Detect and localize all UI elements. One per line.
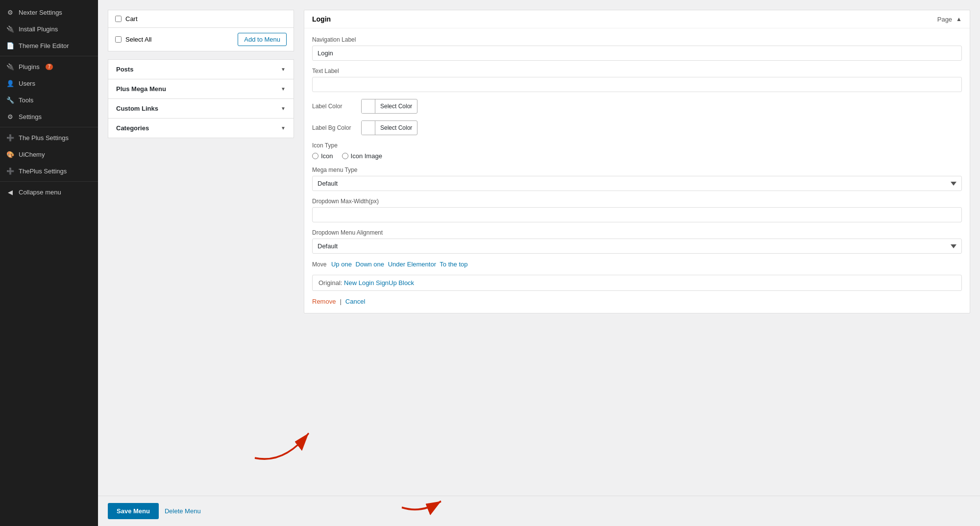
original-row: Original: New Login SignUp Block [312, 275, 962, 291]
icon-image-radio-option[interactable]: Icon Image [342, 152, 382, 160]
text-label-input[interactable] [312, 77, 962, 92]
sidebar-item-label: Nexter Settings [19, 9, 62, 16]
dropdown-max-width-group: Dropdown Max-Width(px) [312, 198, 962, 222]
move-label: Move [312, 261, 326, 268]
cart-checkbox[interactable] [115, 16, 122, 22]
select-all-row: Select All Add to Menu [108, 27, 294, 51]
label-bg-color-button[interactable]: Select Color [361, 120, 417, 135]
icon-image-radio[interactable] [342, 153, 348, 159]
chevron-down-icon-3: ▼ [281, 106, 286, 111]
sidebar-item-install-plugins[interactable]: 🔌 Install Plugins [0, 21, 98, 37]
icon-type-row: Icon Type Icon Icon Image [312, 142, 962, 160]
sidebar-item-label: Install Plugins [19, 25, 58, 33]
move-down-one-link[interactable]: Down one [356, 261, 385, 268]
sidebar-item-settings[interactable]: ⚙ Settings [0, 108, 98, 125]
accordion-posts: Posts ▼ [108, 59, 294, 79]
theplus-icon: ➕ [6, 167, 15, 175]
dropdown-alignment-group: Dropdown Menu Alignment Default Left Rig… [312, 229, 962, 254]
sidebar-item-theplus-settings2[interactable]: ➕ ThePlus Settings [0, 163, 98, 179]
label-color-row: Label Color Select Color [312, 99, 962, 114]
sidebar-divider-2 [0, 127, 98, 127]
icon-radio[interactable] [312, 153, 318, 159]
sidebar: ⚙ Nexter Settings 🔌 Install Plugins 📄 Th… [0, 0, 98, 526]
sidebar-item-label: Settings [19, 113, 42, 120]
sidebar-item-theme-file-editor[interactable]: 📄 Theme File Editor [0, 37, 98, 54]
plugins-icon: 🔌 [6, 62, 15, 71]
dropdown-max-width-input[interactable] [312, 207, 962, 222]
accordion-custom-links-header[interactable]: Custom Links ▼ [108, 99, 294, 118]
plugins-badge: 7 [46, 64, 53, 70]
cancel-link[interactable]: Cancel [345, 298, 365, 305]
label-color-label: Label Color [312, 103, 356, 110]
sidebar-item-plugins[interactable]: 🔌 Plugins 7 [0, 58, 98, 75]
page-label: Page [937, 16, 952, 23]
mega-menu-type-label: Mega menu Type [312, 167, 962, 173]
login-card-header: Login Page ▲ [304, 10, 970, 28]
sidebar-item-label: Theme File Editor [19, 42, 69, 49]
theme-file-editor-icon: 📄 [6, 41, 15, 50]
dropdown-alignment-select[interactable]: Default Left Right Center [312, 239, 962, 254]
sidebar-item-collapse[interactable]: ◀ Collapse menu [0, 184, 98, 200]
collapse-icon: ◀ [6, 188, 15, 196]
navigation-label-group: Navigation Label [312, 36, 962, 61]
sidebar-item-users[interactable]: 👤 Users [0, 75, 98, 92]
accordion-posts-label: Posts [116, 66, 133, 73]
original-label: Original: [318, 279, 342, 287]
accordion-custom-links-label: Custom Links [116, 105, 158, 112]
accordion-categories-header[interactable]: Categories ▼ [108, 119, 294, 138]
add-to-menu-button[interactable]: Add to Menu [238, 33, 287, 46]
left-panel: Cart Select All Add to Menu Posts ▼ Plu [108, 10, 294, 486]
label-bg-color-swatch [362, 121, 375, 135]
chevron-down-icon: ▼ [281, 67, 286, 72]
mega-menu-type-select[interactable]: Default Mega Menu None [312, 176, 962, 191]
save-menu-button[interactable]: Save Menu [108, 503, 159, 519]
tools-icon: 🔧 [6, 96, 15, 104]
move-under-elementor-link[interactable]: Under Elementor [388, 261, 436, 268]
collapse-arrow-icon[interactable]: ▲ [956, 16, 962, 23]
cart-row: Cart [108, 10, 294, 28]
move-to-top-link[interactable]: To the top [440, 261, 467, 268]
nexter-settings-icon: ⚙ [6, 8, 15, 17]
select-all-label: Select All [125, 36, 151, 43]
navigation-label-text: Navigation Label [312, 36, 962, 43]
sidebar-item-tools[interactable]: 🔧 Tools [0, 92, 98, 108]
sidebar-item-label: Users [19, 80, 35, 87]
icon-radio-label: Icon [321, 152, 333, 160]
navigation-label-input[interactable] [312, 46, 962, 61]
sidebar-item-label: Plugins [19, 63, 40, 71]
uichemy-icon: 🎨 [6, 150, 15, 159]
sidebar-divider [0, 56, 98, 56]
accordion-posts-header[interactable]: Posts ▼ [108, 60, 294, 79]
login-card-body: Navigation Label Text Label Label Color [304, 28, 970, 313]
sidebar-item-nexter-settings[interactable]: ⚙ Nexter Settings [0, 4, 98, 21]
label-bg-color-btn-text: Select Color [375, 122, 417, 133]
accordion-plus-mega-menu-header[interactable]: Plus Mega Menu ▼ [108, 79, 294, 98]
icon-image-radio-label: Icon Image [351, 152, 382, 160]
sidebar-item-label: ThePlus Settings [19, 167, 67, 175]
text-label-text: Text Label [312, 68, 962, 74]
label-color-button[interactable]: Select Color [361, 99, 417, 114]
action-row: Remove | Cancel [312, 298, 962, 305]
sidebar-item-label: Tools [19, 96, 33, 104]
cart-label: Cart [125, 15, 138, 23]
sidebar-item-uichemy[interactable]: 🎨 UiChemy [0, 146, 98, 163]
users-icon: 👤 [6, 79, 15, 88]
accordion-custom-links: Custom Links ▼ [108, 98, 294, 119]
label-color-btn-text: Select Color [375, 101, 417, 112]
select-all-checkbox[interactable] [115, 36, 122, 43]
move-up-one-link[interactable]: Up one [331, 261, 352, 268]
accordion-categories: Categories ▼ [108, 118, 294, 138]
dropdown-max-width-label: Dropdown Max-Width(px) [312, 198, 962, 205]
original-link[interactable]: New Login SignUp Block [344, 279, 414, 287]
right-panel: Login Page ▲ Navigation Label Text Label [304, 10, 970, 486]
bottom-bar: Save Menu Delete Menu [98, 496, 980, 526]
delete-menu-button[interactable]: Delete Menu [165, 503, 201, 519]
remove-link[interactable]: Remove [312, 298, 336, 305]
chevron-down-icon-4: ▼ [281, 125, 286, 131]
sidebar-item-the-plus-settings[interactable]: ➕ The Plus Settings [0, 129, 98, 146]
login-card: Login Page ▲ Navigation Label Text Label [304, 10, 970, 313]
the-plus-icon: ➕ [6, 133, 15, 142]
icon-type-label-text: Icon Type [312, 142, 962, 149]
label-color-swatch [362, 99, 375, 113]
icon-radio-option[interactable]: Icon [312, 152, 333, 160]
